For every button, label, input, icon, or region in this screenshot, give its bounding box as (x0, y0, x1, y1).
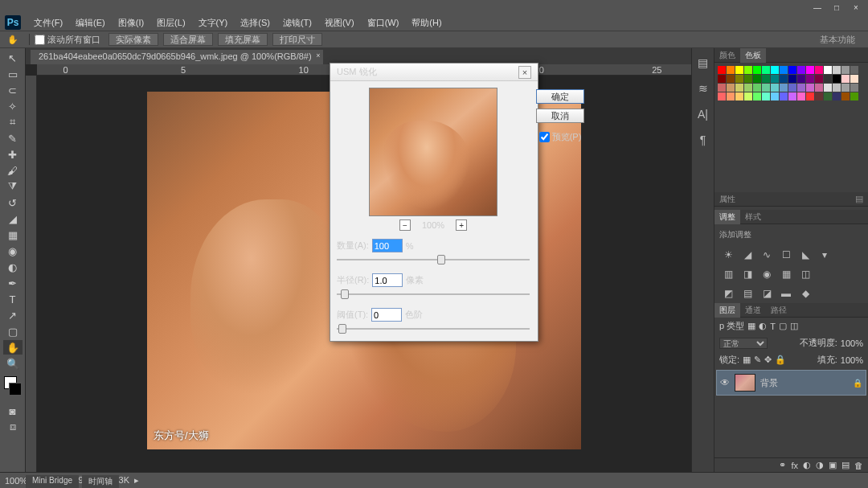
marquee-tool[interactable]: ▭ (3, 67, 23, 81)
swatch[interactable] (850, 84, 858, 92)
history-panel-icon[interactable]: ▤ (695, 55, 711, 71)
menu-type[interactable]: 文字(Y) (192, 15, 235, 31)
selective-icon[interactable]: ◆ (798, 287, 813, 300)
zoom-in-button[interactable]: + (456, 219, 467, 231)
screenmode-toggle[interactable]: ⧈ (3, 420, 23, 434)
swatch[interactable] (815, 84, 823, 92)
swatch[interactable] (753, 84, 761, 92)
dodge-tool[interactable]: ◐ (3, 260, 23, 274)
swatch[interactable] (824, 92, 832, 100)
menu-file[interactable]: 文件(F) (27, 15, 69, 31)
threshold-input[interactable] (371, 308, 402, 322)
filter-adj-icon[interactable]: ◐ (759, 321, 767, 331)
swatch[interactable] (735, 66, 743, 74)
swatch[interactable] (806, 84, 814, 92)
swatch[interactable] (780, 84, 788, 92)
swatch[interactable] (771, 75, 779, 83)
fill-screen-button[interactable]: 填充屏幕 (218, 33, 268, 46)
menu-window[interactable]: 窗口(W) (361, 15, 406, 31)
zoom-level[interactable]: 100% (5, 476, 27, 486)
swatch[interactable] (762, 75, 770, 83)
mixer-icon[interactable]: ▦ (779, 268, 793, 281)
color-tab[interactable]: 颜色 (714, 48, 740, 63)
vibrance-icon[interactable]: ◣ (798, 248, 813, 261)
adjustments-tab[interactable]: 调整 (714, 210, 740, 224)
lock-trans-icon[interactable]: ▦ (743, 355, 751, 365)
swatch[interactable] (744, 92, 752, 100)
swatch[interactable] (850, 75, 858, 83)
swatch[interactable] (833, 66, 841, 74)
fill-value[interactable]: 100% (841, 355, 863, 365)
lock-all-icon[interactable]: 🔒 (775, 355, 786, 365)
menu-select[interactable]: 选择(S) (234, 15, 276, 31)
type-tool[interactable]: T (3, 292, 23, 306)
swatch[interactable] (788, 66, 796, 74)
swatch[interactable] (718, 75, 726, 83)
menu-image[interactable]: 图像(I) (112, 15, 150, 31)
swatch[interactable] (806, 75, 814, 83)
filter-type-icon[interactable]: T (770, 322, 776, 331)
lookup-icon[interactable]: ◫ (798, 268, 813, 281)
healing-tool[interactable]: ✚ (3, 147, 23, 162)
swatch[interactable] (824, 84, 832, 92)
swatch[interactable] (735, 92, 743, 100)
brightness-icon[interactable]: ☀ (721, 248, 735, 261)
delete-layer-icon[interactable]: 🗑 (854, 461, 863, 470)
swatch[interactable] (797, 66, 805, 74)
swatch[interactable] (788, 92, 796, 100)
stamp-tool[interactable]: ⧩ (3, 179, 23, 194)
eraser-tool[interactable]: ◢ (3, 211, 23, 226)
filter-shape-icon[interactable]: ▢ (779, 321, 787, 331)
dialog-close-button[interactable]: × (518, 66, 531, 79)
swatch[interactable] (727, 84, 735, 92)
preview-checkbox[interactable]: 预览(P) (539, 131, 582, 143)
swatch[interactable] (780, 75, 788, 83)
menu-help[interactable]: 帮助(H) (405, 15, 448, 31)
panel-menu-icon[interactable]: ▤ (855, 194, 868, 204)
hue-icon[interactable]: ▥ (721, 268, 735, 281)
cancel-button[interactable]: 取消 (536, 109, 584, 123)
swatch[interactable] (744, 84, 752, 92)
styles-tab[interactable]: 样式 (740, 210, 766, 224)
background-color[interactable] (9, 383, 22, 396)
layer-fx-icon[interactable]: fx (791, 461, 798, 470)
actual-pixels-button[interactable]: 实际像素 (108, 33, 158, 46)
scroll-all-windows-checkbox[interactable]: 滚动所有窗口 (35, 34, 100, 46)
swatch[interactable] (718, 84, 726, 92)
menu-view[interactable]: 视图(V) (318, 15, 361, 31)
link-layers-icon[interactable]: ⚭ (779, 460, 786, 470)
amount-input[interactable] (372, 239, 403, 252)
swatch[interactable] (833, 75, 841, 83)
swatch[interactable] (780, 66, 788, 74)
history-brush-tool[interactable]: ↺ (3, 195, 23, 210)
swatch[interactable] (771, 66, 779, 74)
swatch[interactable] (788, 84, 796, 92)
swatch[interactable] (788, 75, 796, 83)
maximize-button[interactable]: □ (828, 2, 845, 13)
swatch[interactable] (735, 84, 743, 92)
swatch[interactable] (753, 66, 761, 74)
layers-tab[interactable]: 图层 (714, 303, 740, 318)
layer-mask-icon[interactable]: ◐ (803, 460, 811, 470)
lasso-tool[interactable]: ⊂ (3, 83, 23, 97)
swatch[interactable] (762, 84, 770, 92)
swatch[interactable] (727, 75, 735, 83)
path-tool[interactable]: ↗ (3, 308, 23, 322)
swatch[interactable] (744, 75, 752, 83)
swatch[interactable] (806, 66, 814, 74)
layer-background[interactable]: 👁 背景 🔒 (716, 370, 866, 396)
print-size-button[interactable]: 打印尺寸 (272, 33, 322, 46)
curves-icon[interactable]: ∿ (760, 248, 774, 261)
menu-edit[interactable]: 编辑(E) (69, 15, 112, 31)
swatch[interactable] (824, 66, 832, 74)
levels-icon[interactable]: ◢ (740, 248, 755, 261)
filter-pixel-icon[interactable]: ▦ (747, 321, 755, 331)
mini-bridge-tab[interactable]: Mini Bridge (26, 475, 79, 488)
brush-tool[interactable]: 🖌 (3, 163, 23, 178)
move-tool[interactable]: ↖ (3, 51, 23, 65)
swatch[interactable] (753, 75, 761, 83)
bw-icon[interactable]: ◨ (740, 268, 755, 281)
photo-filter-icon[interactable]: ◉ (760, 268, 774, 281)
ok-button[interactable]: 确定 (536, 89, 584, 104)
swatch[interactable] (841, 66, 850, 74)
